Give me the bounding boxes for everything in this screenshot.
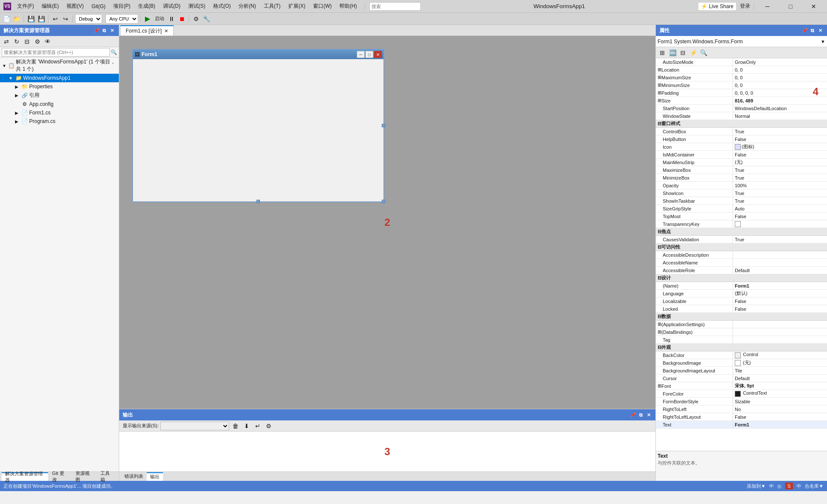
- prop-value[interactable]: Auto: [733, 206, 827, 211]
- prop-value[interactable]: True: [733, 129, 827, 134]
- toolbar-extra-2[interactable]: 🔧: [202, 14, 211, 24]
- menu-tools[interactable]: 工具(T): [260, 2, 284, 11]
- tab-close-icon[interactable]: ✕: [164, 28, 168, 34]
- category-data[interactable]: ⊟ 数据: [656, 313, 827, 321]
- resize-handle-bottom-center[interactable]: [257, 200, 260, 203]
- prop-value[interactable]: 0, 0: [733, 75, 827, 80]
- tree-appconfig[interactable]: ⚙ App.config: [0, 100, 119, 108]
- prop-value[interactable]: Form1: [733, 422, 827, 427]
- expand-icon[interactable]: ⊞: [658, 75, 661, 80]
- tab-form1-designer[interactable]: Form1.cs [设计] ✕: [120, 25, 174, 36]
- prop-value[interactable]: (图标): [733, 144, 827, 150]
- prop-value[interactable]: Control: [733, 352, 827, 358]
- start-btn[interactable]: ▶: [143, 14, 152, 24]
- menu-debug[interactable]: 调试(D): [160, 2, 184, 11]
- status-cloud[interactable]: 合名库▼: [805, 483, 824, 489]
- output-source-select[interactable]: [160, 422, 229, 430]
- prop-value[interactable]: 0, 0: [733, 83, 827, 88]
- form-close-btn[interactable]: ✕: [374, 51, 382, 58]
- prop-value[interactable]: (无): [733, 159, 827, 165]
- expand-icon[interactable]: ⊞: [658, 98, 661, 103]
- bottom-tab-error-list[interactable]: 错误列表: [121, 472, 147, 481]
- prop-value[interactable]: GrowOnly: [733, 60, 827, 65]
- menu-project[interactable]: 项目(P): [110, 2, 134, 11]
- prop-value[interactable]: [733, 221, 827, 227]
- tree-properties[interactable]: ▶ 📁 Properties: [0, 82, 119, 91]
- prop-categorize-btn[interactable]: ⊞: [658, 48, 667, 57]
- prop-alpha-btn[interactable]: 🔤: [668, 48, 677, 57]
- prop-value[interactable]: 816, 489: [733, 98, 827, 103]
- prop-pin-btn[interactable]: 📌: [801, 27, 808, 34]
- prop-value[interactable]: True: [733, 168, 827, 173]
- maximize-button[interactable]: □: [781, 0, 800, 13]
- prop-search-btn[interactable]: 🔍: [699, 48, 708, 57]
- prop-value[interactable]: Default: [733, 376, 827, 381]
- minimize-button[interactable]: ─: [758, 0, 777, 13]
- properties-object-select[interactable]: Form1 System.Windows.Forms.Form ▼: [656, 36, 827, 47]
- category-design[interactable]: ⊟ 设计: [656, 274, 827, 282]
- se-tab-solution-explorer[interactable]: 解决方案资源管理器: [2, 472, 48, 481]
- open-btn[interactable]: 📁: [12, 14, 21, 24]
- menu-format[interactable]: 格式(O): [210, 2, 234, 11]
- prop-events-btn[interactable]: ⚡: [688, 48, 698, 57]
- menu-help[interactable]: 帮助(H): [336, 2, 360, 11]
- output-clear-btn[interactable]: 🗑: [231, 421, 240, 431]
- panel-close-btn[interactable]: ✕: [109, 27, 115, 34]
- output-pin-btn[interactable]: 📌: [630, 411, 637, 418]
- expand-icon[interactable]: ⊞: [658, 329, 661, 335]
- menu-file[interactable]: 文件(F): [14, 2, 37, 11]
- form-minimize-btn[interactable]: ─: [357, 51, 365, 58]
- prop-value[interactable]: ControlText: [733, 390, 827, 396]
- expand-icon[interactable]: ⊞: [658, 67, 661, 72]
- prop-value[interactable]: 100%: [733, 183, 827, 188]
- menu-git[interactable]: Git(G): [88, 3, 109, 10]
- prop-value[interactable]: 0, 0, 0, 0: [733, 90, 827, 96]
- prop-value[interactable]: 宋体, 9pt: [733, 383, 827, 389]
- search-input[interactable]: [369, 2, 421, 11]
- prop-value[interactable]: True: [733, 237, 827, 242]
- prop-close-btn[interactable]: ✕: [817, 27, 824, 34]
- save-all-btn[interactable]: 💾: [36, 14, 46, 24]
- category-window-style[interactable]: ⊟ 窗口样式: [656, 120, 827, 128]
- resize-handle-right-middle[interactable]: [382, 124, 385, 127]
- prop-value[interactable]: (无): [733, 360, 827, 366]
- undo-btn[interactable]: ↩: [51, 14, 60, 24]
- prop-float-btn[interactable]: ⧉: [809, 27, 816, 34]
- prop-value[interactable]: False: [733, 299, 827, 304]
- se-view-btn[interactable]: 👁: [43, 37, 52, 46]
- prop-value[interactable]: 0, 0: [733, 67, 827, 72]
- live-share-button[interactable]: ⚡ Live Share: [698, 2, 736, 11]
- prop-value[interactable]: False: [733, 306, 827, 312]
- prop-value[interactable]: Normal: [733, 114, 827, 119]
- category-appearance[interactable]: ⊟ 外观: [656, 344, 827, 351]
- output-scroll-btn[interactable]: ⬇: [242, 421, 251, 431]
- category-accessibility[interactable]: ⊟ 可访问性: [656, 243, 827, 251]
- prop-value[interactable]: Tile: [733, 368, 827, 373]
- prop-value[interactable]: False: [733, 137, 827, 142]
- menu-window[interactable]: 窗口(W): [310, 2, 335, 11]
- prop-value[interactable]: True: [733, 175, 827, 180]
- prop-dropdown-icon[interactable]: ▼: [821, 39, 825, 44]
- output-close-btn[interactable]: ✕: [645, 411, 652, 418]
- se-collapse-btn[interactable]: ⊟: [22, 37, 32, 46]
- expand-icon[interactable]: ⊞: [658, 82, 661, 88]
- expand-icon[interactable]: ⊞: [658, 383, 661, 389]
- se-search-input[interactable]: [2, 48, 110, 57]
- cpu-select[interactable]: Any CPU: [106, 14, 138, 24]
- menu-build[interactable]: 生成(B): [135, 2, 159, 11]
- form-designer-window[interactable]: 🖼 Form1 ─ □ ✕: [132, 49, 384, 202]
- new-project-btn[interactable]: 📄: [2, 14, 11, 24]
- status-add-btn[interactable]: 添加到▼: [747, 483, 766, 489]
- toolbar-extra-1[interactable]: ⚙: [191, 14, 201, 24]
- prop-value[interactable]: True: [733, 191, 827, 196]
- prop-value[interactable]: Form1: [733, 283, 827, 288]
- se-sync-btn[interactable]: ⇄: [2, 37, 11, 46]
- output-float-btn[interactable]: ⧉: [637, 411, 644, 418]
- output-settings-btn[interactable]: ⚙: [264, 421, 274, 431]
- tree-form1cs[interactable]: ▶ 📄 Form1.cs: [0, 108, 119, 117]
- user-login[interactable]: 登录: [740, 3, 750, 10]
- form-maximize-btn[interactable]: □: [365, 51, 373, 58]
- prop-value[interactable]: False: [733, 152, 827, 157]
- se-tab-git[interactable]: Git 更改: [49, 472, 71, 481]
- prop-value[interactable]: (默认): [733, 290, 827, 297]
